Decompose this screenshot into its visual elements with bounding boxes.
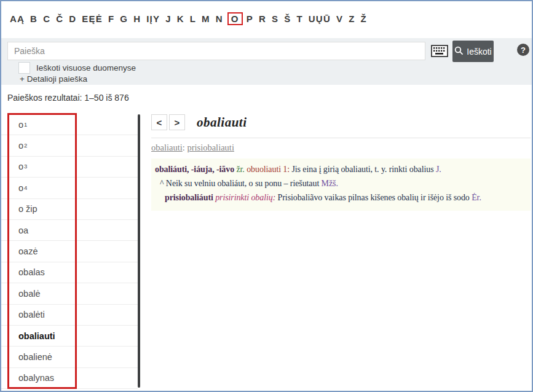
alphabet-letter-AĄ[interactable]: AĄ: [10, 14, 25, 24]
list-item-oa[interactable]: oa: [1, 220, 138, 241]
alphabet-letter-N[interactable]: N: [216, 14, 223, 24]
entry-segment-src: Ėr.: [472, 193, 481, 202]
entry-segment-src: J.: [436, 165, 441, 174]
alphabet-letter-P[interactable]: P: [247, 14, 253, 24]
entry-paragraph: obaliáuti, -iáuja, -iãvo žr. obuoliauti …: [155, 162, 528, 176]
list-item-obalynas[interactable]: obalynas: [1, 368, 138, 389]
alphabet-letter-O[interactable]: O: [227, 12, 243, 25]
related-entries: obaliauti: prisiobaliauti: [151, 143, 531, 153]
search-panel: Ieškoti ? Ieškoti visuose duomenyse + De…: [1, 38, 532, 85]
alphabet-bar: AĄBCČDEĘĖFGHIĮYJKLMNOPRSŠTUŲŪVZŽ: [10, 12, 526, 25]
search-icon: [454, 46, 464, 57]
entry-segment-src: Mžš.: [322, 179, 338, 188]
search-all-checkbox[interactable]: [18, 62, 30, 74]
entry-segment-navy: ^ Neik su velniu obaliáut, o su ponu – r…: [160, 179, 322, 188]
alphabet-letter-Ž[interactable]: Ž: [361, 14, 367, 24]
advanced-search-link[interactable]: + Detalioji paieška: [20, 74, 87, 84]
dictionary-page: AĄBCČDEĘĖFGHIĮYJKLMNOPRSŠTUŲŪVZŽ: [0, 0, 533, 392]
alphabet-letter-Z[interactable]: Z: [349, 14, 355, 24]
chevron-right-icon: >: [175, 117, 180, 128]
entry-body: obaliáuti, -iáuja, -iãvo žr. obuoliauti …: [151, 159, 531, 211]
related-link-prisiobaliauti[interactable]: prisiobaliauti: [187, 143, 234, 152]
list-item-o-žip[interactable]: o žip: [1, 199, 138, 220]
keyboard-icon: [431, 45, 448, 59]
results-list: o1o2o3o4o žipoaoazėobalasobalėobalėtioba…: [1, 114, 138, 389]
alphabet-letter-M[interactable]: M: [202, 14, 210, 24]
alphabet-letter-D[interactable]: D: [69, 14, 76, 24]
entry-segment-green: žr.: [236, 165, 247, 174]
list-item-obalė[interactable]: obalė: [1, 283, 138, 304]
search-all-row: Ieškoti visuose duomenyse: [18, 62, 136, 74]
alphabet-letter-K[interactable]: K: [177, 14, 184, 24]
alphabet-letter-EĘĖ[interactable]: EĘĖ: [82, 14, 103, 24]
results-scrollbar[interactable]: [138, 114, 140, 388]
alphabet-letter-F[interactable]: F: [108, 14, 114, 24]
alphabet-letter-C[interactable]: C: [43, 14, 50, 24]
entry-segment-hw: obaliáuti, -iáuja, -iãvo: [155, 165, 236, 174]
search-button-label: Ieškoti: [467, 47, 491, 57]
related-link-obaliauti[interactable]: obaliauti: [151, 143, 183, 152]
alphabet-letter-L[interactable]: L: [190, 14, 196, 24]
search-button[interactable]: Ieškoti: [452, 41, 494, 62]
alphabet-letter-T[interactable]: T: [296, 14, 302, 24]
entry-nav: < > obaliauti: [151, 114, 531, 130]
alphabet-letter-R[interactable]: R: [259, 14, 266, 24]
search-all-label: Ieškoti visuose duomenyse: [36, 63, 136, 73]
list-item-o[interactable]: o1: [1, 114, 138, 135]
alphabet-letter-Š[interactable]: Š: [284, 14, 291, 24]
virtual-keyboard-button[interactable]: [430, 45, 449, 58]
list-item-o[interactable]: o4: [1, 178, 138, 198]
entry-segment-navy: Prisiobaliãvo vaikas pilnas kišenes obal…: [278, 193, 472, 202]
divider: [151, 138, 531, 138]
entry-segment-navy: Jis eina į girią obaliauti, t. y. rinkti…: [291, 165, 436, 174]
list-item-obalėti[interactable]: obalėti: [1, 305, 138, 326]
alphabet-letter-B[interactable]: B: [30, 14, 38, 24]
list-item-obaliauti[interactable]: obaliauti: [1, 326, 138, 347]
list-item-obalienė[interactable]: obalienė: [1, 347, 138, 367]
list-item-oazė[interactable]: oazė: [1, 241, 138, 262]
alphabet-letter-UŲŪ[interactable]: UŲŪ: [309, 14, 331, 24]
help-icon: ?: [521, 46, 526, 54]
entry-title: obaliauti: [197, 115, 247, 130]
alphabet-letter-S[interactable]: S: [272, 14, 278, 24]
entry-panel: < > obaliauti obaliauti: prisiobaliauti …: [151, 114, 531, 211]
entry-segment-red[interactable]: obuoliauti 1:: [247, 165, 291, 174]
alphabet-letter-Č[interactable]: Č: [56, 14, 63, 24]
entry-segment-magit: prisirinkti obalių:: [215, 193, 277, 202]
alphabet-letter-G[interactable]: G: [120, 14, 128, 24]
list-item-o[interactable]: o3: [1, 157, 138, 178]
results-summary: Paieškos rezultatai: 1–50 iš 876: [7, 93, 129, 103]
search-input[interactable]: [7, 42, 425, 60]
alphabet-letter-V[interactable]: V: [336, 14, 343, 24]
list-item-obalas[interactable]: obalas: [1, 262, 138, 283]
chevron-left-icon: <: [157, 117, 162, 128]
help-button[interactable]: ?: [517, 44, 529, 56]
entry-paragraph: prisiobaliáuti prisirinkti obalių: Prisi…: [155, 190, 528, 205]
alphabet-letter-J[interactable]: J: [165, 14, 172, 24]
alphabet-letter-H[interactable]: H: [133, 14, 141, 24]
prev-entry-button[interactable]: <: [151, 114, 167, 130]
next-entry-button[interactable]: >: [169, 114, 185, 130]
alphabet-letter-IĮY[interactable]: IĮY: [146, 14, 160, 24]
entry-segment-hw: prisiobaliáuti: [165, 193, 215, 202]
list-item-o[interactable]: o2: [1, 135, 138, 156]
entry-paragraph: ^ Neik su velniu obaliáut, o su ponu – r…: [155, 176, 528, 190]
